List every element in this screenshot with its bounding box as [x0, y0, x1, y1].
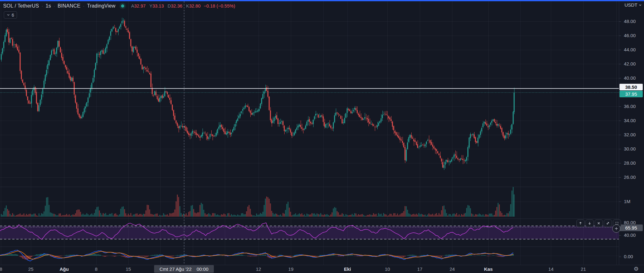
ohlc-high: Y33.13	[149, 3, 164, 9]
currency-selector[interactable]: USDT	[625, 2, 642, 8]
time-tick-label: 19	[288, 266, 294, 272]
price-tick-label: 46.00	[624, 33, 636, 38]
time-tick-label: 8	[0, 266, 2, 272]
last-price-label: 37.95	[619, 91, 643, 97]
separator-dot: ·	[53, 3, 55, 9]
close-pane-button[interactable]	[595, 219, 603, 227]
time-month-label: Ağu	[59, 266, 69, 272]
symbol-name[interactable]: SOL / TetherUS	[3, 3, 39, 9]
volume-scale-label: 1M	[624, 199, 630, 204]
price-tick-label: 48.00	[624, 19, 636, 24]
plus-icon	[614, 227, 618, 230]
add-order-button[interactable]	[612, 225, 620, 233]
price-change: −0.18 (−0.55%)	[204, 3, 235, 9]
close-pane-icon	[597, 221, 601, 225]
ohlc-values: A32.97Y33.13D32.36K32.80	[127, 3, 201, 9]
macd-zero-label: 0.00	[624, 254, 633, 259]
ohlc-open: A32.97	[131, 3, 146, 9]
crosshair-date: Cmt 27 Ağu '22	[159, 266, 192, 272]
move-pane-up-icon	[579, 221, 582, 225]
price-tick-label: 42.00	[624, 61, 636, 67]
time-tick-label: 12	[256, 266, 261, 272]
move-pane-up-button[interactable]	[576, 219, 585, 227]
price-tick-label: 34.00	[624, 118, 636, 123]
price-tick-label: 44.00	[624, 47, 636, 53]
timeframe[interactable]: 1s	[46, 3, 51, 9]
rsi-lower-band-label: 40.00	[624, 232, 636, 238]
time-tick-label: 15	[126, 266, 131, 272]
maximize-pane-icon	[606, 221, 610, 225]
price-tick-label: 30.00	[624, 146, 636, 152]
time-tick-label: 14	[548, 266, 554, 272]
price-tick-label: 32.00	[624, 132, 636, 138]
price-tick-label: 36.00	[624, 104, 636, 109]
time-month-label: Eki	[344, 266, 351, 272]
trading-chart-app: SOL / TetherUS·1s·BINANCE·TradingView A3…	[0, 0, 644, 273]
horizontal-line-price-label[interactable]: 38.50	[619, 84, 643, 90]
exchange-name[interactable]: BINANCE	[58, 3, 80, 9]
hidden-indicators-count: 6	[12, 13, 14, 18]
time-axis-settings-gear-icon[interactable]: ⚙	[631, 265, 641, 272]
time-tick-label: 21	[581, 266, 586, 272]
move-pane-down-button[interactable]	[586, 219, 594, 227]
currency-label: USDT	[625, 2, 637, 8]
symbol-header: SOL / TetherUS·1s·BINANCE·TradingView A3…	[3, 3, 235, 9]
crosshair-time: 00:00	[197, 266, 208, 272]
market-status-dot-icon[interactable]	[121, 4, 124, 8]
time-tick-label: 25	[28, 266, 34, 272]
price-tick-label: 40.00	[624, 75, 636, 81]
move-pane-down-icon	[588, 221, 591, 225]
price-tick-label: 26.00	[624, 174, 636, 180]
ohlc-close: K32.80	[186, 3, 201, 9]
time-tick-label: 8	[95, 266, 97, 272]
rsi-current-value-label: 65.95	[619, 225, 643, 231]
chevron-down-icon	[7, 13, 10, 17]
legend-collapse-button[interactable]: 6	[4, 11, 17, 19]
time-tick-label: 17	[417, 266, 423, 272]
time-tick-label: 10	[385, 266, 390, 272]
separator-dot: ·	[83, 3, 85, 9]
chart-canvas[interactable]	[0, 0, 644, 273]
price-tick-label: 28.00	[624, 160, 636, 166]
time-tick-label: 24	[450, 266, 455, 272]
ohlc-low: D32.36	[168, 3, 182, 9]
chevron-down-icon	[639, 3, 642, 7]
maximize-pane-button[interactable]	[604, 219, 612, 227]
loading-progress-bar	[0, 0, 644, 1]
separator-dot: ·	[42, 3, 43, 9]
tradingview-link[interactable]: TradingView	[87, 3, 115, 9]
symbol-description: SOL / TetherUS·1s·BINANCE·TradingView	[3, 3, 115, 9]
time-month-label: Kas	[484, 266, 493, 272]
crosshair-date-label: Cmt 27 Ağu '22 00:00	[154, 265, 214, 273]
